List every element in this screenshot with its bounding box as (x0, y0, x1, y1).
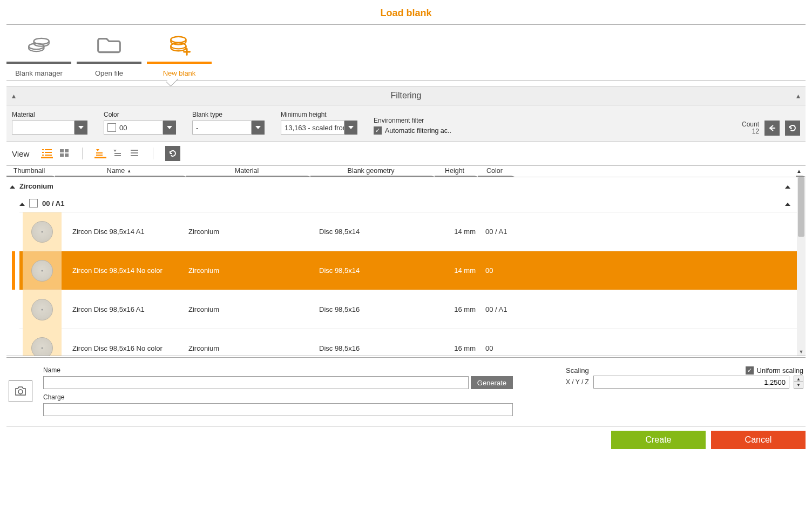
group-row-material[interactable]: Zirconium (6, 177, 806, 195)
cell-height: 14 mm (437, 266, 480, 275)
group-icon-3[interactable] (129, 149, 141, 158)
svg-rect-20 (114, 153, 121, 154)
filtering-body: Material Color 00 Blank type - Minimum h… (6, 105, 806, 142)
material-select[interactable] (12, 121, 75, 135)
table-header: Thumbnail Name▲ Material Blank geometry … (6, 165, 806, 177)
svg-rect-7 (45, 149, 52, 150)
thumbnail (23, 329, 62, 356)
svg-rect-11 (45, 155, 52, 156)
svg-rect-12 (60, 149, 64, 152)
spinner-up-icon[interactable]: ▲ (794, 376, 803, 382)
group-icon-2[interactable] (112, 149, 124, 158)
tab-label-open-file: Open file (95, 69, 123, 77)
table-row[interactable]: Zircon Disc 98,5x16 No color Zirconium D… (19, 329, 806, 356)
group-icon-1[interactable] (94, 149, 106, 158)
page-title: Load blank (6, 4, 806, 24)
xyz-label: X / Y / Z (566, 378, 589, 386)
table-body: Zirconium 00 / A1 Zircon Disc 98,5x14 A1… (6, 177, 806, 356)
create-button[interactable]: Create (611, 431, 706, 449)
tab-open-file[interactable]: Open file (77, 27, 141, 77)
scaling-label: Scaling (566, 366, 589, 375)
blank-type-select[interactable]: - (192, 121, 252, 135)
view-grid-icon[interactable] (58, 149, 70, 158)
reset-button[interactable] (785, 121, 800, 136)
vertical-scrollbar[interactable]: ▼ (797, 177, 806, 356)
scroll-up-icon[interactable]: ▲ (796, 166, 806, 177)
view-list-icon[interactable] (41, 149, 53, 158)
checkmark-icon: ✓ (374, 126, 382, 135)
table-row[interactable]: Zircon Disc 98,5x14 No color Zirconium D… (19, 251, 806, 290)
color-swatch-icon (29, 199, 38, 208)
refresh-view-button[interactable] (165, 146, 180, 161)
blank-type-dropdown-button[interactable] (252, 121, 265, 135)
min-height-dropdown-button[interactable] (344, 121, 357, 135)
cell-height: 16 mm (437, 344, 480, 352)
scrollbar-thumb[interactable] (798, 177, 804, 237)
min-height-label: Minimum height (281, 111, 357, 118)
group-color-label: 00 / A1 (42, 199, 64, 208)
group-row-color[interactable]: 00 / A1 (6, 195, 806, 212)
auto-filtering-checkbox[interactable]: ✓ Automatic filtering ac.. (374, 126, 451, 135)
blank-type-label: Blank type (192, 111, 265, 118)
col-name[interactable]: Name▲ (55, 166, 186, 177)
cell-color: 00 (480, 266, 518, 275)
material-dropdown-button[interactable] (75, 121, 87, 135)
image-capture-button[interactable] (9, 380, 32, 402)
arrow-back-icon (768, 124, 776, 132)
thumbnail (23, 290, 62, 329)
col-geometry[interactable]: Blank geometry (310, 166, 435, 177)
view-label: View (12, 149, 29, 158)
group-material-label: Zirconium (19, 182, 53, 190)
chevron-up-icon: ▴ (796, 91, 800, 100)
chevron-up-icon (19, 199, 25, 208)
blank-manager-icon (25, 30, 52, 57)
back-button[interactable] (764, 121, 780, 136)
cell-height: 16 mm (437, 305, 480, 313)
col-color[interactable]: Color (478, 166, 515, 177)
scaling-spinner[interactable]: ▲ ▼ (794, 376, 803, 389)
camera-icon (14, 386, 27, 397)
col-material[interactable]: Material (186, 166, 310, 177)
scroll-down-icon[interactable]: ▼ (797, 349, 806, 355)
svg-rect-22 (131, 150, 138, 151)
filtering-header[interactable]: ▴ Filtering ▴ (6, 86, 806, 105)
uniform-scaling-checkbox[interactable]: ✓ Uniform scaling (746, 366, 803, 375)
svg-point-2 (171, 37, 186, 43)
bottom-form: Name Generate Charge Scaling ✓ Uniform s… (6, 357, 806, 416)
generate-button[interactable]: Generate (471, 376, 513, 389)
svg-rect-24 (131, 155, 138, 156)
table-row[interactable]: Zircon Disc 98,5x16 A1 Zirconium Disc 98… (19, 290, 806, 329)
tab-new-blank[interactable]: New blank (147, 27, 212, 77)
tab-blank-manager[interactable]: Blank manager (6, 27, 71, 77)
svg-rect-21 (114, 155, 121, 156)
name-label: Name (43, 366, 513, 374)
filter-min-height: Minimum height 13,163 - scaled from (281, 111, 357, 135)
table-row[interactable]: Zircon Disc 98,5x14 A1 Zirconium Disc 98… (19, 212, 806, 251)
cell-name: Zircon Disc 98,5x16 A1 (62, 305, 188, 313)
cell-material: Zirconium (188, 344, 313, 352)
svg-marker-19 (113, 150, 117, 152)
cell-name: Zircon Disc 98,5x14 No color (62, 266, 188, 275)
name-input[interactable] (43, 376, 469, 389)
filter-material: Material (12, 111, 87, 135)
svg-rect-6 (42, 149, 44, 150)
svg-rect-17 (96, 152, 103, 153)
main-tabs: Blank manager Open file New blank (6, 25, 806, 77)
color-swatch-icon (107, 123, 116, 132)
cell-material: Zirconium (188, 266, 313, 275)
spinner-down-icon[interactable]: ▼ (794, 382, 803, 388)
footer: Create Cancel (6, 426, 806, 449)
count-block: Count 12 (742, 121, 800, 136)
cell-geometry: Disc 98,5x14 (313, 266, 437, 275)
col-thumbnail[interactable]: Thumbnail (6, 166, 55, 177)
col-height[interactable]: Height (435, 166, 478, 177)
color-dropdown-button[interactable] (163, 121, 176, 135)
svg-point-25 (18, 390, 23, 394)
charge-input[interactable] (43, 403, 513, 416)
chevron-up-icon (785, 182, 790, 190)
filter-environment: Environment filter ✓ Automatic filtering… (374, 117, 451, 135)
cancel-button[interactable]: Cancel (711, 431, 806, 449)
scaling-input[interactable] (593, 376, 789, 389)
min-height-select[interactable]: 13,163 - scaled from (281, 121, 344, 135)
color-select[interactable]: 00 (104, 121, 163, 135)
